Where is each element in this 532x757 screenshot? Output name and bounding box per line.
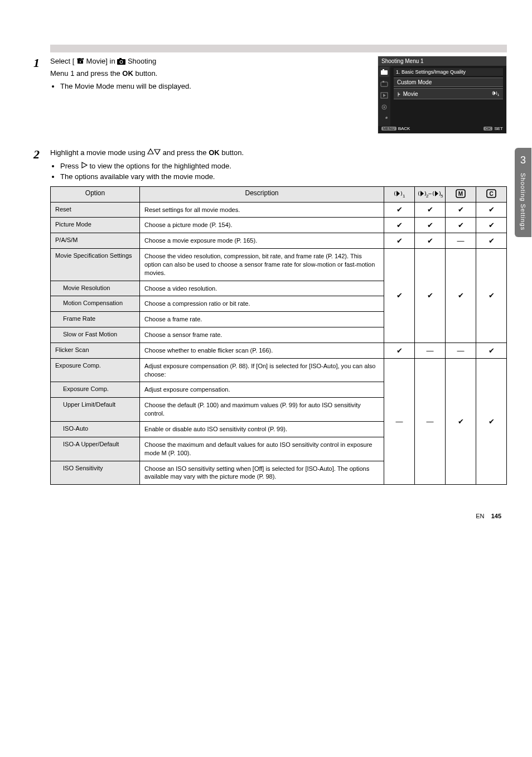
set-label: SET xyxy=(494,126,503,131)
option-cell: Reset xyxy=(51,202,140,218)
check-cell: ✔ xyxy=(476,343,507,358)
desc-cell: Choose an ISO sensitivity setting when [… xyxy=(140,461,384,485)
screenshot-heading: 1. Basic Settings/Image Quality xyxy=(394,68,503,76)
step-2-bullet: The options available vary with the movi… xyxy=(60,172,507,181)
check-cell: ✔ xyxy=(476,202,507,218)
desc-cell: Choose a movie exposure mode (P. 165). xyxy=(140,233,384,249)
movie-mode-2-5-icon: 2 – 5 xyxy=(415,186,446,202)
svg-text:C: C xyxy=(489,191,493,197)
svg-point-1 xyxy=(80,61,81,62)
screenshot-menu-row: Movie 1 xyxy=(394,88,503,99)
desc-cell: Adjust exposure compensation. xyxy=(140,382,384,398)
desc-cell: Choose a sensor frame rate. xyxy=(140,327,384,343)
desc-cell: Reset settings for all movie modes. xyxy=(140,202,384,218)
step-1-text-d: Menu 1 and press the xyxy=(50,69,122,78)
svg-marker-19 xyxy=(154,150,160,155)
wrench-tab-icon xyxy=(379,114,389,124)
dash-cell: — xyxy=(415,358,446,484)
step-1-text-e: button. xyxy=(133,69,157,78)
menu-row-label: Movie xyxy=(397,91,418,97)
svg-marker-18 xyxy=(148,149,153,154)
desc-cell: Choose a frame rate. xyxy=(140,312,384,327)
suboption-cell: Upper Limit/Default xyxy=(51,398,140,422)
screenshot-menu-row: Custom Mode xyxy=(394,78,503,87)
suboption-cell: Motion Compensation xyxy=(51,296,140,312)
suboption-cell: ISO-Auto xyxy=(51,422,140,437)
option-cell: Flicker Scan xyxy=(51,343,140,358)
desc-cell: Choose the maximum and default values fo… xyxy=(140,437,384,461)
svg-marker-15 xyxy=(398,93,400,95)
movie-mode-1-icon: 1 xyxy=(491,90,500,98)
arrow-up-icon xyxy=(147,148,154,157)
movie-mode-feature-table: Option Description 1 2 – 5 M xyxy=(50,186,507,485)
camera-icon: 1 xyxy=(117,57,125,68)
svg-rect-9 xyxy=(381,82,388,86)
screenshot-title: Shooting Menu 1 xyxy=(378,56,506,66)
step-1-bullet: The Movie Mode menu will be displayed. xyxy=(60,82,367,90)
svg-text:1: 1 xyxy=(403,194,405,199)
menu-screenshot: Shooting Menu 1 1. Basic Settings/Image … xyxy=(378,56,507,134)
bullet-text-a: Press xyxy=(60,162,81,170)
check-cell: ✔ xyxy=(446,358,476,484)
check-cell: ✔ xyxy=(446,218,476,233)
check-cell: ✔ xyxy=(415,218,446,233)
suboption-cell: ISO Sensitivity xyxy=(51,461,140,485)
gear-tab-icon xyxy=(379,102,389,112)
back-label: BACK xyxy=(398,126,410,131)
step-2-text-c: button. xyxy=(220,148,244,157)
step-1-text-a: Select [ xyxy=(50,57,74,65)
arrow-down-icon xyxy=(154,148,161,157)
section-tab: 3 Shooting Settings xyxy=(515,148,531,237)
ok-button-label: OK xyxy=(483,127,492,131)
svg-rect-3 xyxy=(119,58,122,60)
movie-mode-M-icon: M xyxy=(446,186,476,202)
check-cell: ✔ xyxy=(384,218,415,233)
svg-text:5: 5 xyxy=(441,194,443,199)
option-cell: Movie Specification Settings xyxy=(51,249,140,281)
check-cell: ✔ xyxy=(384,233,415,249)
suboption-cell: Exposure Comp. xyxy=(51,382,140,398)
movie-mode-C-icon: C xyxy=(476,186,507,202)
camera1-tab-icon xyxy=(379,67,389,77)
suboption-cell: ISO-A Upper/Default xyxy=(51,437,140,461)
movie-mode-1-icon: 1 xyxy=(384,186,415,202)
dash-cell: — xyxy=(415,343,446,358)
bullet-text-b: to view the options for the highlighted … xyxy=(89,162,231,170)
svg-marker-20 xyxy=(82,162,87,168)
svg-rect-7 xyxy=(381,70,388,75)
check-cell: ✔ xyxy=(384,249,415,343)
col-option: Option xyxy=(51,186,140,202)
svg-rect-8 xyxy=(383,69,384,71)
step-1-text-b: Movie] in xyxy=(86,57,118,65)
step-2-number: 2 xyxy=(33,147,40,162)
section-label: Shooting Settings xyxy=(520,173,526,230)
check-cell: ✔ xyxy=(384,202,415,218)
check-cell: ✔ xyxy=(415,202,446,218)
menu-button-label: MENU xyxy=(381,127,396,131)
dash-cell: — xyxy=(446,343,476,358)
menu-row-label: Custom Mode xyxy=(397,79,432,85)
check-cell: ✔ xyxy=(476,233,507,249)
step-1: 1 Select [ Movie] in 1 Shooting Menu 1 a… xyxy=(50,56,367,90)
arrow-right-icon xyxy=(81,162,88,170)
svg-text:1: 1 xyxy=(497,93,500,97)
step-2-bullet: Press to view the options for the highli… xyxy=(60,162,507,170)
option-cell: Picture Mode xyxy=(51,218,140,233)
svg-text:M: M xyxy=(458,191,463,197)
step-2-text-b: and press the xyxy=(163,148,209,157)
desc-cell: Choose the default (P. 100) and maximum … xyxy=(140,398,384,422)
step-1-text-c: Shooting xyxy=(128,57,156,65)
footer-lang: EN xyxy=(476,513,484,519)
dash-cell: — xyxy=(384,358,415,484)
section-number: 3 xyxy=(520,155,526,166)
desc-cell: Choose a video resolution. xyxy=(140,281,384,296)
check-cell: ✔ xyxy=(384,343,415,358)
page-footer: EN 145 xyxy=(50,513,507,519)
option-cell: P/A/S/M xyxy=(51,233,140,249)
play-tab-icon xyxy=(379,90,389,100)
desc-cell: Choose whether to enable flicker scan (P… xyxy=(140,343,384,358)
step-2: 2 Highlight a movie mode using and press… xyxy=(50,147,507,181)
desc-cell: Enable or disable auto ISO sensitivity c… xyxy=(140,422,384,437)
camera2-tab-icon xyxy=(379,79,389,89)
check-cell: ✔ xyxy=(415,233,446,249)
